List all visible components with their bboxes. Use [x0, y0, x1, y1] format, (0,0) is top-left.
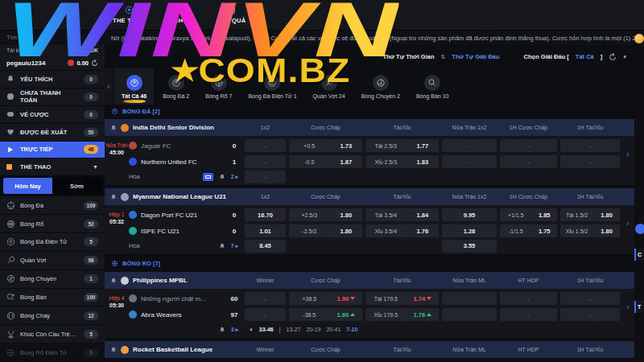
odds-1h-handicap-away[interactable]: -: [500, 155, 557, 168]
sidebar-sport-football[interactable]: Bóng Đá 109: [0, 196, 105, 214]
odds-1h-overunder-away[interactable]: Xỉu 1.5/21.80: [560, 224, 620, 237]
bell-icon[interactable]: [110, 125, 117, 131]
odds-winner-away[interactable]: -: [245, 308, 286, 321]
league-name[interactable]: Rocket Basketball League: [133, 346, 213, 353]
sort-by-league[interactable]: Thứ Tự Giải Đấu: [452, 53, 499, 60]
odds-1x2-home[interactable]: 16.70: [245, 208, 286, 221]
sidebar-item-live[interactable]: TRỰC TIẾP 46: [0, 142, 105, 158]
odds-handicap-home[interactable]: +2.5/31.80: [289, 208, 362, 221]
more-markets-link[interactable]: 3 ▸: [231, 327, 238, 333]
odds-1x2-draw[interactable]: -: [245, 171, 286, 183]
sport-tab-all[interactable]: Tất Cả 46: [114, 68, 154, 105]
collapsed-panel-tab-t[interactable]: T: [634, 301, 644, 313]
bell-icon[interactable]: [219, 174, 225, 180]
odds-html-away[interactable]: -: [442, 308, 497, 321]
sidebar-item-unsettled[interactable]: CHƯA THANH TOÁN 0: [0, 88, 105, 105]
sport-tab-table-tennis[interactable]: Bóng Bàn 10: [409, 68, 456, 105]
bell-icon[interactable]: [110, 347, 117, 353]
bell-icon[interactable]: [219, 243, 225, 249]
odds-1h-overunder-home[interactable]: -: [560, 139, 620, 152]
odds-overunder-away[interactable]: Xỉu 179.5 1.76: [365, 308, 439, 321]
collapsed-panel-tab-c[interactable]: C: [634, 249, 644, 261]
tabs-scroll-left-button[interactable]: ‹: [105, 68, 113, 105]
currency-label[interactable]: VNDK: [84, 47, 98, 53]
bell-icon[interactable]: [219, 327, 225, 333]
league-name[interactable]: India Delhi Senior Division: [133, 124, 214, 131]
more-markets-link[interactable]: 7 ▸: [231, 243, 238, 249]
odds-ht1x2-away[interactable]: -: [442, 155, 497, 168]
pitch-stats-icon[interactable]: [203, 173, 213, 181]
sport-tab-tennis[interactable]: Quần Vợt 24: [306, 68, 353, 105]
odds-ht1x2-home[interactable]: -: [442, 139, 497, 152]
odds-ht-hdp-away[interactable]: -: [500, 308, 557, 321]
odds-down-icon: [427, 297, 431, 300]
refresh-icon[interactable]: [609, 53, 617, 61]
odds-ht1x2-draw[interactable]: 3.55: [442, 240, 497, 253]
odds-handicap-away[interactable]: -38.5 1.60: [289, 308, 362, 321]
sidebar-sport-efootball[interactable]: Bóng Đá Điện Tử 5: [0, 233, 105, 251]
odds-1h-handicap-home[interactable]: -: [500, 139, 557, 152]
odds-html-home[interactable]: -: [442, 292, 497, 305]
nav-history[interactable]: LỊCH SỬ: [168, 6, 195, 24]
sidebar-sport-ebasketball[interactable]: Bóng Rổ Điện Tử 0: [0, 343, 105, 361]
sidebar-sport-baseball[interactable]: Bóng Chày 12: [0, 306, 105, 324]
sidebar-sport-table-tennis[interactable]: Bóng Bàn 100: [0, 289, 105, 306]
odds-1h-handicap-home[interactable]: +1/1.51.85: [500, 208, 557, 221]
bell-icon[interactable]: [110, 194, 117, 200]
more-markets-link[interactable]: 2 ▸: [231, 174, 238, 180]
tab-today[interactable]: Hôm Nay: [3, 178, 52, 194]
choose-league-value[interactable]: Tất Cả: [576, 53, 594, 60]
odds-1h-handicap-away[interactable]: -1/1.51.75: [500, 224, 557, 237]
nav-results[interactable]: KẾT QUẢ: [217, 6, 246, 24]
odds-ht1x2-home[interactable]: 9.95: [442, 208, 497, 221]
tab-early[interactable]: Sớm: [52, 178, 101, 194]
odds-ht-hdp-home[interactable]: -: [500, 292, 557, 305]
odds-1x2-home[interactable]: -: [245, 139, 286, 152]
odds-ht1x2-away[interactable]: 1.28: [442, 224, 497, 237]
sidebar-item-bet-tickets[interactable]: VÉ CƯỢC 0: [0, 106, 105, 123]
sport-tab-volleyball[interactable]: Bóng Chuyền 2: [354, 68, 407, 105]
odds-1h-overunder-away[interactable]: -: [560, 155, 620, 168]
match-detail-chevron[interactable]: ›: [621, 150, 634, 158]
odds-1h-overunder-home[interactable]: -: [560, 292, 620, 305]
nav-sports[interactable]: THỂ THAO: [113, 6, 146, 24]
league-name[interactable]: Myanmar National League U21: [133, 193, 226, 200]
refresh-balance-icon[interactable]: [91, 60, 98, 67]
sidebar-sport-ice-hockey[interactable]: Khúc Côn Cầu Trên Băng 5: [0, 325, 105, 343]
odds-overunder-away[interactable]: Xỉu 2.5/31.83: [365, 155, 439, 168]
odds-1h-overunder-home[interactable]: Tài 1.5/21.80: [560, 208, 620, 221]
sidebar-item-favorites[interactable]: YÊU THÍCH 0: [0, 71, 105, 88]
odds-handicap-away[interactable]: -0.51.87: [289, 155, 362, 168]
sidebar-sport-tennis[interactable]: Quần Vợt 98: [0, 252, 105, 269]
odds-1x2-away[interactable]: -: [245, 155, 286, 168]
odds-handicap-home[interactable]: +0.51.73: [289, 139, 362, 152]
sidebar-sport-basketball[interactable]: Bóng Rổ 52: [0, 215, 105, 232]
match-detail-chevron[interactable]: ›: [621, 219, 634, 228]
promo-floating-button[interactable]: [634, 34, 644, 43]
sort-by-time[interactable]: Thứ Tự Thời Gian: [382, 53, 434, 60]
search-input[interactable]: [6, 34, 98, 41]
chevron-right-icon: ▸: [235, 243, 238, 249]
odds-overunder-home[interactable]: Tài 3.5/41.84: [365, 208, 439, 221]
sidebar-item-recommended[interactable]: ĐƯỢC ĐỀ XUẤT 50: [0, 124, 105, 141]
sport-tab-efootball[interactable]: Bóng Đá Điện Tử 1: [241, 68, 303, 105]
odds-winner-home[interactable]: -: [245, 292, 286, 305]
odds-overunder-away[interactable]: Xỉu 3.5/41.76: [365, 224, 439, 237]
sport-tab-basketball[interactable]: Bóng Rổ 7: [198, 68, 239, 105]
bell-icon[interactable]: [110, 278, 117, 284]
sidebar-item-sports[interactable]: THỂ THAO ▼: [0, 158, 105, 175]
chat-floating-button[interactable]: [635, 224, 644, 234]
odds-handicap-away[interactable]: -2.5/31.80: [289, 224, 362, 237]
odds-1h-overunder-away[interactable]: -: [560, 308, 620, 321]
match-detail-chevron[interactable]: ›: [621, 302, 634, 311]
odds-overunder-home[interactable]: Tài 179.5 1.74: [365, 292, 439, 305]
odds-overunder-home[interactable]: Tài 2.5/31.77: [365, 139, 439, 152]
odds-handicap-home[interactable]: +38.5 1.90: [289, 292, 362, 305]
league-name[interactable]: Philippines MPBL: [133, 277, 188, 284]
collapse-all-icon[interactable]: ▾: [623, 53, 626, 60]
odds-1x2-draw[interactable]: 8.45: [245, 240, 286, 253]
odds-1x2-away[interactable]: 1.01: [245, 224, 286, 237]
volleyball-icon: [373, 75, 389, 91]
sidebar-sport-volleyball[interactable]: Bóng Chuyền 1: [0, 270, 105, 288]
sport-tab-football[interactable]: Bóng Đá 2: [155, 68, 196, 105]
